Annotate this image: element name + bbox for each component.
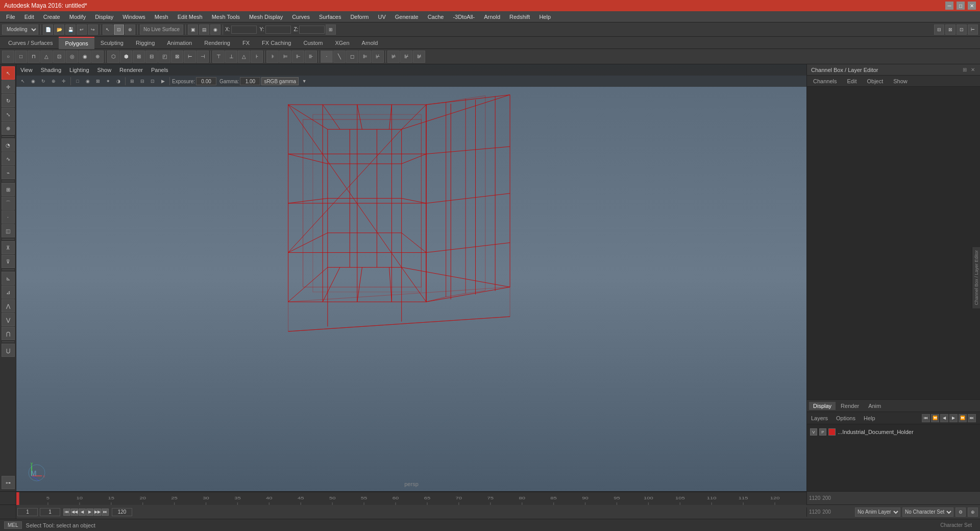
select-tool-icon[interactable]: ↖ <box>2 66 15 80</box>
exposure-field[interactable] <box>196 77 216 85</box>
close-button[interactable]: ✕ <box>968 2 976 10</box>
vp-menu-lighting[interactable]: Lighting <box>69 67 89 73</box>
vp-wireframe-icon[interactable]: □ <box>73 77 82 86</box>
anim-start-field[interactable] <box>17 508 38 516</box>
menu-mesh-display[interactable]: Mesh Display <box>245 13 287 21</box>
anim-layer-dropdown[interactable]: No Anim Layer <box>855 508 900 517</box>
current-frame-field[interactable] <box>40 508 60 516</box>
mode-dropdown[interactable]: Modeling <box>2 25 38 35</box>
tab-polygons[interactable]: Polygons <box>59 37 94 49</box>
tab-curves-surfaces[interactable]: Curves / Surfaces <box>2 37 59 49</box>
play-end-btn[interactable]: ⏭ <box>102 509 109 516</box>
y-field[interactable] <box>265 26 291 34</box>
gamma-mode[interactable]: sRGB gamma <box>261 77 299 85</box>
poly-edge-icon[interactable]: ╲ <box>333 51 346 63</box>
anim-settings-icon[interactable]: ⚙ <box>955 508 966 517</box>
anim-btn-goto-end[interactable]: ⏭ <box>968 414 976 422</box>
layer-visibility-toggle[interactable]: V <box>810 428 817 436</box>
anim-btn-prev-key[interactable]: ⏪ <box>931 414 939 422</box>
cb-tab-channels[interactable]: Channels <box>811 77 839 85</box>
snap-surface-icon[interactable]: ◫ <box>2 224 15 237</box>
anim-layer-icon[interactable]: ⋀ <box>2 299 15 312</box>
poly-vertex-icon[interactable]: · <box>321 51 333 63</box>
poly-merge-icon[interactable]: ⊞ <box>133 51 145 63</box>
menu-create[interactable]: Create <box>39 13 64 21</box>
menu-deform[interactable]: Deform <box>346 13 373 21</box>
poly-plane-icon[interactable]: ⊡ <box>53 51 65 63</box>
lasso-icon[interactable]: ⊡ <box>114 25 124 35</box>
scale-tool-icon[interactable]: ⤡ <box>2 108 15 121</box>
poly-crease-icon[interactable]: ⊯ <box>413 51 425 63</box>
poly-bevel-icon[interactable]: ◰ <box>158 51 170 63</box>
vp-orbit-icon[interactable]: ↻ <box>39 77 48 86</box>
vp-shadow-icon[interactable]: ◑ <box>114 77 123 86</box>
vp-camera-icon[interactable]: ◉ <box>29 77 38 86</box>
tab-rigging[interactable]: Rigging <box>130 37 161 49</box>
poly-poke-icon[interactable]: ⊣ <box>197 51 209 63</box>
mel-button[interactable]: MEL <box>4 521 22 529</box>
poly-cube-icon[interactable]: □ <box>15 51 27 63</box>
render-icon-2[interactable]: ▤ <box>199 25 209 35</box>
icon-right-3[interactable]: ⊡ <box>957 25 967 35</box>
hide-manip-icon[interactable]: ⊽ <box>2 255 15 268</box>
restore-button[interactable]: □ <box>957 2 965 10</box>
anim-btn-goto-start[interactable]: ⏮ <box>922 414 930 422</box>
menu-windows[interactable]: Windows <box>118 13 150 21</box>
move-tool-icon[interactable]: ✛ <box>2 80 15 93</box>
poly-boolean-icon[interactable]: ⊧ <box>266 51 279 63</box>
display-layer-icon[interactable]: ⊾ <box>2 272 15 285</box>
le-tab-display[interactable]: Display <box>809 402 836 410</box>
vp-menu-shading[interactable]: Shading <box>41 67 61 73</box>
vp-pan-icon[interactable]: ✛ <box>59 77 68 86</box>
snap-grid-icon[interactable]: ⊞ <box>2 183 15 196</box>
poly-insert-loop-icon[interactable]: ⊠ <box>171 51 183 63</box>
menu-generate[interactable]: Generate <box>391 13 423 21</box>
select-icon[interactable]: ↖ <box>103 25 113 35</box>
channel-box-close-icon[interactable]: ✕ <box>970 66 976 74</box>
poly-bridge-icon[interactable]: ⬢ <box>120 51 132 63</box>
save-scene-icon[interactable]: 💾 <box>65 25 76 35</box>
minimize-button[interactable]: ─ <box>945 2 953 10</box>
step-fwd-btn[interactable]: ▶ <box>86 509 93 516</box>
snap-icon[interactable]: ⊞ <box>326 25 336 35</box>
menu-modify[interactable]: Modify <box>65 13 90 21</box>
poly-combine-icon[interactable]: ⊨ <box>279 51 291 63</box>
le-menu-help[interactable]: Help <box>862 414 877 422</box>
menu-display[interactable]: Display <box>91 13 117 21</box>
z-field[interactable] <box>299 26 325 34</box>
poly-separate-icon[interactable]: ⊩ <box>292 51 304 63</box>
vp-smooth-icon[interactable]: ◉ <box>83 77 92 86</box>
render-icon-1[interactable]: ▣ <box>188 25 198 35</box>
rotate-tool-icon[interactable]: ↻ <box>2 94 15 107</box>
le-tab-anim[interactable]: Anim <box>864 402 885 410</box>
poly-split-icon[interactable]: ⊢ <box>184 51 196 63</box>
render-icon-3[interactable]: ◉ <box>210 25 220 35</box>
tab-sculpting[interactable]: Sculpting <box>94 37 130 49</box>
tab-custom[interactable]: Custom <box>298 37 329 49</box>
poly-cylinder-icon[interactable]: ⊓ <box>28 51 40 63</box>
tab-animation[interactable]: Animation <box>161 37 198 49</box>
anim-end-field[interactable] <box>112 508 132 516</box>
poly-pipe-icon[interactable]: ⊕ <box>91 51 104 63</box>
layer-name[interactable]: ...Industrial_Document_Holder <box>838 429 977 435</box>
poly-extrude-icon[interactable]: ⬡ <box>107 51 119 63</box>
le-menu-options[interactable]: Options <box>834 414 857 422</box>
gamma-dropdown-icon[interactable]: ▼ <box>300 77 309 86</box>
menu-3dtoall[interactable]: -3DtoAll- <box>449 13 479 21</box>
tab-fx[interactable]: FX <box>236 37 256 49</box>
snap-curve-icon[interactable]: ⌒ <box>2 197 15 210</box>
icon-right-1[interactable]: ⊟ <box>934 25 944 35</box>
poly-multi-icon[interactable]: ⊬ <box>372 51 384 63</box>
timeline[interactable]: 1 5 10 15 20 25 30 35 40 45 <box>16 492 806 505</box>
menu-help[interactable]: Help <box>535 13 555 21</box>
character-set-dropdown[interactable]: No Character Set <box>902 508 953 517</box>
menu-mesh[interactable]: Mesh <box>151 13 173 21</box>
play-back-btn[interactable]: ◀◀ <box>71 509 78 516</box>
menu-curves[interactable]: Curves <box>288 13 314 21</box>
tab-xgen[interactable]: XGen <box>329 37 355 49</box>
show-manip-icon[interactable]: ⊼ <box>2 241 15 254</box>
menu-redshift[interactable]: Redshift <box>505 13 534 21</box>
poly-reduce-icon[interactable]: ⊥ <box>225 51 237 63</box>
poly-fill-icon[interactable]: ⊟ <box>145 51 158 63</box>
menu-edit[interactable]: Edit <box>20 13 38 21</box>
